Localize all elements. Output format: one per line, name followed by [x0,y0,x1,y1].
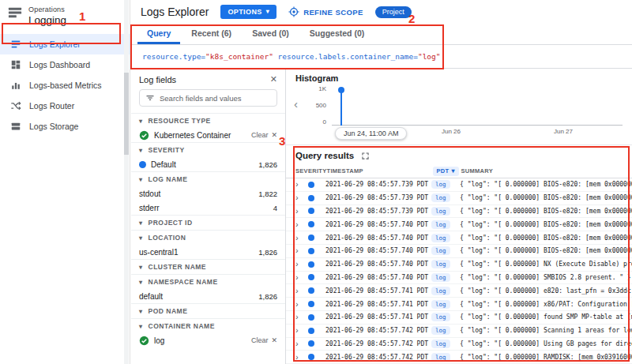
log-badge[interactable]: log [431,273,450,282]
logs-storage-icon [10,121,21,132]
time-marker-dot[interactable] [338,87,344,93]
clear-filter-button[interactable]: Clear✕ [251,131,277,139]
search-fields-input[interactable] [160,94,271,103]
severity-default-icon [308,208,314,214]
histogram-prev-icon[interactable]: ‹ [294,97,298,111]
log-badge[interactable]: log [431,260,450,268]
sidebar-item-logs-dashboard[interactable]: Logs Dashboard [0,54,130,75]
log-badge[interactable]: log [431,326,450,335]
sidebar-item-logs-router[interactable]: Logs Router [0,96,130,116]
sidebar-item-logs-based-metrics[interactable]: Logs-based Metrics [0,75,130,96]
chevron-down-icon: ▾ [139,279,143,286]
field-section-pod-name[interactable]: ▾POD NAME [131,303,285,318]
field-value-count: 1,826 [258,248,277,257]
tab-query[interactable]: Query [137,24,180,44]
result-row[interactable]: ›2021-06-29 08:45:57.739 PDTlog{ "log": … [286,205,632,219]
field-value-row-default[interactable]: Default1,826 [131,157,285,171]
log-badge[interactable]: log [431,313,450,321]
log-badge[interactable]: log [431,287,450,295]
field-value-row-us-central1[interactable]: us-central11,826 [131,245,285,259]
field-value-row-stdout[interactable]: stdout1,822 [131,186,285,201]
expand-row-icon[interactable]: › [295,234,308,242]
field-value-label: stderr [139,204,160,212]
log-badge[interactable]: log [431,300,450,309]
result-row[interactable]: ›2021-06-29 08:45:57.739 PDTlog{ "log": … [286,178,632,192]
field-section-location[interactable]: ▾LOCATION [131,230,285,245]
field-value-row-stderr[interactable]: stderr4 [131,201,285,215]
result-row[interactable]: ›2021-06-29 08:45:57.739 PDTlog{ "log": … [286,192,632,205]
severity-default-icon [308,328,314,334]
field-section-label: PROJECT ID [149,219,193,227]
result-timestamp: 2021-06-29 08:45:57.740 PDT [325,235,431,242]
log-badge[interactable]: log [431,207,450,216]
sidebar-scrollbar[interactable] [124,0,129,364]
expand-row-icon[interactable]: › [295,193,308,202]
result-row[interactable]: ›2021-06-29 08:45:57.742 PDTlog{ "log": … [286,325,632,338]
chevron-down-icon: ▾ [139,323,143,330]
result-row[interactable]: ›2021-06-29 08:45:57.740 PDTlog{ "log": … [286,272,632,285]
log-badge[interactable]: log [431,193,450,202]
result-row[interactable]: ›2021-06-29 08:45:57.740 PDTlog{ "log": … [286,245,632,258]
page-title: Logs Explorer [141,6,209,18]
sidebar-item-logs-storage[interactable]: Logs Storage [0,116,130,137]
result-timestamp: 2021-06-29 08:45:57.742 PDT [325,327,431,334]
clear-filter-button[interactable]: Clear✕ [251,336,277,344]
field-section-cluster-name[interactable]: ▾CLUSTER NAME [131,259,285,274]
log-name-cell: log [431,247,460,254]
field-section-project-id[interactable]: ▾PROJECT ID [131,215,285,230]
column-timestamp: TIMESTAMP [327,167,433,174]
options-button[interactable]: OPTIONS ▾ [220,5,276,19]
expand-row-icon[interactable]: › [295,340,308,348]
log-badge[interactable]: log [431,234,450,242]
tab-recent-6[interactable]: Recent (6) [182,24,241,44]
expand-row-icon[interactable]: › [295,220,308,229]
sidebar-scrollbar-thumb[interactable] [124,73,129,155]
log-badge[interactable]: log [431,340,450,348]
result-row[interactable]: ›2021-06-29 08:45:57.741 PDTlog{ "log": … [286,311,632,325]
field-value-label: us-central1 [139,248,178,257]
expand-row-icon[interactable]: › [295,326,308,335]
log-badge[interactable]: log [431,353,450,362]
result-row[interactable]: ›2021-06-29 08:45:57.740 PDTlog{ "log": … [286,258,632,272]
close-icon[interactable]: ✕ [270,74,277,84]
result-row[interactable]: ›2021-06-29 08:45:57.740 PDTlog{ "log": … [286,218,632,231]
refine-scope-button[interactable]: REFINE SCOPE [288,6,363,17]
field-value-row-log[interactable]: logClear✕ [131,333,285,347]
expand-row-icon[interactable]: › [295,273,308,282]
expand-row-icon[interactable]: › [295,287,308,295]
search-fields-box[interactable] [139,89,277,107]
log-fields-list: ▾RESOURCE TYPEKubernetes ContainerClear✕… [131,113,285,364]
result-row[interactable]: ›2021-06-29 08:45:57.741 PDTlog{ "log": … [286,298,632,311]
field-section-resource-type[interactable]: ▾RESOURCE TYPE [131,113,285,128]
expand-row-icon[interactable]: › [295,300,308,309]
scope-project-badge[interactable]: Project [375,6,412,18]
expand-row-icon[interactable]: › [295,180,308,189]
expand-row-icon[interactable]: › [295,246,308,255]
result-row[interactable]: ›2021-06-29 08:45:57.742 PDTlog{ "log": … [286,338,632,351]
expand-row-icon[interactable]: › [295,313,308,321]
log-badge[interactable]: log [431,180,450,189]
tab-suggested-0[interactable]: Suggested (0) [300,24,374,44]
histogram-chart: 1K 500 0 Jun 24, 11:00 AM Jun 26 Jun 27 [332,84,623,126]
log-badge[interactable]: log [431,220,450,229]
result-row[interactable]: ›2021-06-29 08:45:57.742 PDTlog{ "log": … [286,351,632,364]
expand-icon[interactable] [361,152,370,160]
timezone-button[interactable]: PDT ▾ [433,167,459,176]
tab-saved-0[interactable]: Saved (0) [243,24,299,44]
result-row[interactable]: ›2021-06-29 08:45:57.741 PDTlog{ "log": … [286,284,632,298]
field-section-label: CLUSTER NAME [149,263,207,271]
sidebar-item-logs-explorer[interactable]: Logs Explorer [0,34,130,54]
expand-row-icon[interactable]: › [295,207,308,216]
sidebar: Operations Logging Logs ExplorerLogs Das… [0,0,130,364]
field-value-row-default[interactable]: default1,826 [131,289,285,303]
expand-row-icon[interactable]: › [295,260,308,268]
expand-row-icon[interactable]: › [295,353,308,362]
field-value-row-kubernetes-container[interactable]: Kubernetes ContainerClear✕ [131,128,285,142]
result-row[interactable]: ›2021-06-29 08:45:57.740 PDTlog{ "log": … [286,231,632,245]
field-section-log-name[interactable]: ▾LOG NAME [131,171,285,186]
field-section-severity[interactable]: ▾SEVERITY [131,142,285,157]
query-editor[interactable]: resource.type="k8s_container" resource.l… [131,45,632,69]
log-badge[interactable]: log [431,246,450,255]
field-section-container-name[interactable]: ▾CONTAINER NAME [131,318,285,333]
field-section-namespace-name[interactable]: ▾NAMESPACE NAME [131,274,285,289]
